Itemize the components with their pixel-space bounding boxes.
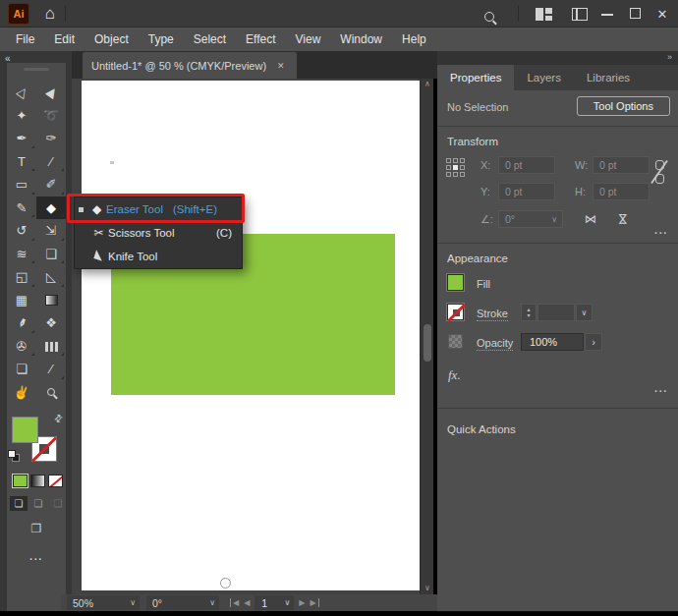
tab-properties[interactable]: Properties	[437, 65, 514, 90]
tab-layers[interactable]: Layers	[514, 65, 574, 90]
previous-artboard-icon[interactable]: ◀	[244, 598, 250, 607]
eyedropper-tool[interactable]: ✒	[7, 311, 36, 335]
width-tool[interactable]: ≋	[7, 243, 36, 266]
flip-vertical-icon[interactable]: ⋈	[616, 213, 630, 225]
menu-type[interactable]: Type	[139, 28, 184, 51]
blend-tool[interactable]: ❖	[36, 311, 66, 335]
close-tab-icon[interactable]: ✕	[277, 61, 285, 71]
rotation-dropdown[interactable]: 0° ∨	[498, 210, 563, 228]
minimize-button[interactable]	[601, 14, 613, 16]
fill-swatch[interactable]	[447, 274, 464, 291]
last-artboard-icon[interactable]: ▶	[310, 598, 318, 607]
gradient-tool[interactable]	[36, 289, 66, 312]
h-field[interactable]	[593, 183, 650, 200]
menu-file[interactable]: File	[6, 28, 44, 51]
slice-tool[interactable]: ∕	[36, 358, 66, 381]
pen-tool[interactable]: ✒	[7, 127, 36, 150]
edit-toolbar-ellipsis[interactable]: ···	[7, 553, 66, 565]
rotate-tool[interactable]: ↺	[7, 219, 36, 243]
menu-effect[interactable]: Effect	[236, 28, 285, 51]
rectangle-tool[interactable]: ▭	[7, 173, 36, 196]
menu-select[interactable]: Select	[184, 28, 236, 51]
scroll-down-icon[interactable]: ∨	[421, 584, 434, 592]
artboard-tool[interactable]: ❏	[7, 358, 36, 381]
magic-wand-tool[interactable]: ✦	[7, 104, 36, 128]
close-button[interactable]: ✕	[653, 5, 671, 23]
column-graph-tool[interactable]	[36, 335, 66, 359]
type-tool[interactable]: T	[7, 150, 36, 174]
x-field[interactable]	[498, 156, 555, 174]
effects-fx-icon[interactable]: fx.	[448, 367, 461, 383]
opacity-label[interactable]: Opacity	[477, 337, 513, 351]
next-artboard-icon[interactable]: ▶	[299, 598, 305, 607]
perspective-grid-tool[interactable]: ◺	[36, 265, 66, 289]
line-segment-tool[interactable]: ∕	[36, 150, 66, 174]
zoom-level-dropdown[interactable]: 50% ∨	[67, 595, 140, 610]
stroke-weight-stepper[interactable]: ▴ ▾	[521, 304, 537, 321]
y-field[interactable]	[498, 183, 555, 200]
w-field[interactable]	[593, 156, 650, 174]
panel-drag-handle[interactable]	[24, 68, 49, 71]
more-options-ellipsis[interactable]: ···	[654, 227, 668, 239]
draw-behind-icon[interactable]: ❏	[29, 496, 47, 511]
shape-builder-tool[interactable]: ◱	[7, 265, 36, 289]
scrollbar-thumb[interactable]	[424, 324, 431, 362]
maximize-button[interactable]	[630, 8, 641, 19]
tab-libraries[interactable]: Libraries	[574, 65, 643, 90]
knife-tool-item[interactable]: Knife Tool	[75, 245, 242, 268]
menu-help[interactable]: Help	[392, 28, 436, 51]
workspace-switcher-icon[interactable]	[572, 8, 588, 21]
symbol-sprayer-tool[interactable]: ✇	[7, 335, 36, 359]
small-circle-object[interactable]	[220, 578, 231, 588]
artboard[interactable]	[82, 81, 420, 590]
stroke-weight-field[interactable]	[537, 304, 575, 321]
home-icon[interactable]: ⌂	[39, 2, 61, 26]
stroke-swatch[interactable]	[447, 304, 464, 320]
default-fill-stroke-icon[interactable]	[8, 450, 20, 462]
menu-window[interactable]: Window	[330, 28, 392, 51]
menu-edit[interactable]: Edit	[44, 28, 85, 51]
scissors-tool-item[interactable]: ✂Scissors Tool(C)	[75, 221, 242, 245]
selection-tool[interactable]: ▷	[7, 81, 36, 104]
color-button[interactable]	[13, 475, 28, 487]
mesh-tool[interactable]: ▦	[7, 289, 36, 312]
reference-point-icon[interactable]	[446, 158, 465, 177]
lasso-tool[interactable]: ➰	[36, 104, 66, 128]
stroke-label[interactable]: Stroke	[477, 308, 508, 321]
rotation-dropdown[interactable]: 0° ∨	[146, 595, 219, 610]
eraser-tool-item[interactable]: ◆Eraser Tool(Shift+E)	[75, 197, 242, 221]
vertical-scrollbar[interactable]: ∨ ∨	[420, 79, 433, 594]
arrange-documents-icon[interactable]	[536, 8, 552, 21]
scroll-up-icon[interactable]: ∨	[421, 80, 434, 88]
document-tab[interactable]: Untitled-1* @ 50 % (CMYK/Preview) ✕	[83, 52, 297, 79]
artboard-number-dropdown[interactable]: 1 ∨	[254, 595, 294, 610]
constrain-proportions-icon[interactable]	[652, 160, 666, 184]
menu-view[interactable]: View	[286, 28, 331, 51]
search-icon[interactable]	[484, 8, 498, 22]
swap-fill-stroke-icon[interactable]: ⇄	[51, 412, 65, 425]
direct-selection-tool[interactable]: ▶	[36, 81, 66, 104]
collapse-panel-icon[interactable]: »	[667, 52, 672, 62]
gradient-button[interactable]	[30, 475, 45, 487]
stroke-weight-dropdown-icon[interactable]: ∨	[576, 304, 593, 321]
eraser-tool[interactable]: ◆	[36, 196, 66, 220]
opacity-expand-icon[interactable]: ›	[585, 333, 602, 351]
shaper-tool[interactable]: ✎	[7, 196, 36, 220]
curvature-tool[interactable]: ✑	[36, 127, 66, 150]
canvas-area[interactable]	[72, 79, 420, 594]
more-options-ellipsis[interactable]: ···	[654, 385, 668, 397]
hand-tool[interactable]: ✌	[7, 381, 36, 405]
menu-object[interactable]: Object	[85, 28, 139, 51]
flip-horizontal-icon[interactable]: ⋈	[585, 212, 596, 226]
zoom-tool[interactable]	[36, 381, 66, 405]
free-transform-tool[interactable]: ❑	[36, 243, 66, 266]
tool-options-button[interactable]: Tool Options	[577, 96, 670, 116]
none-button[interactable]	[48, 475, 63, 487]
first-artboard-icon[interactable]: ◀	[230, 598, 239, 607]
fill-color-swatch[interactable]	[12, 417, 38, 443]
scale-tool[interactable]: ⇲	[36, 219, 66, 243]
step-down-icon[interactable]: ▾	[527, 312, 530, 318]
screen-mode-icon[interactable]: ❐	[7, 522, 66, 535]
paintbrush-tool[interactable]: ✐	[36, 173, 66, 196]
draw-inside-icon[interactable]: ❏	[49, 496, 67, 511]
